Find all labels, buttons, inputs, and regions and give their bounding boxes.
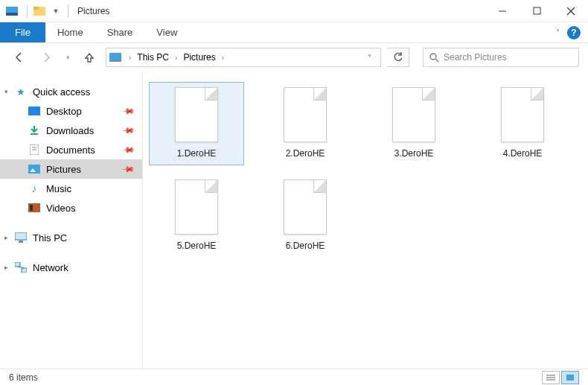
address-bar: ▾ › This PC › Pictures › ˅ Search Pictur… [0, 43, 588, 71]
file-list[interactable]: 1.DeroHE 2.DeroHE 3.DeroHE 4.DeroHE 5.De… [143, 71, 588, 369]
chevron-down-icon[interactable]: ▾ [4, 88, 8, 95]
crumb-thispc[interactable]: This PC [135, 52, 170, 63]
sidebar-item-label: Music [46, 183, 71, 194]
documents-icon [28, 144, 40, 156]
chevron-right-icon[interactable]: ▸ [4, 264, 8, 271]
file-icon [175, 87, 218, 142]
search-input[interactable]: Search Pictures [423, 48, 579, 67]
file-name: 6.DeroHE [286, 241, 325, 251]
refresh-button[interactable] [387, 48, 409, 67]
file-icon [284, 87, 327, 142]
ribbon-tabs: File Home Share View ˅ ? [0, 22, 588, 43]
sidebar-item-desktop[interactable]: Desktop 📌 [0, 101, 142, 121]
svg-rect-12 [28, 106, 40, 115]
address-dropdown-icon[interactable]: ˅ [362, 54, 377, 62]
details-view-button[interactable] [542, 371, 560, 384]
file-name: 2.DeroHE [286, 148, 325, 159]
sidebar-item-downloads[interactable]: Downloads 📌 [0, 121, 142, 140]
file-name: 4.DeroHE [503, 148, 543, 159]
file-item[interactable]: 3.DeroHE [366, 82, 461, 165]
back-button[interactable] [9, 47, 30, 68]
maximize-button[interactable] [520, 0, 554, 22]
network-icon [15, 261, 27, 273]
separator [68, 4, 68, 18]
tab-file[interactable]: File [0, 22, 45, 42]
svg-rect-3 [33, 7, 39, 10]
main-area: ▾ ★ Quick access Desktop 📌 Downloads 📌 D… [0, 71, 588, 369]
navigation-pane: ▾ ★ Quick access Desktop 📌 Downloads 📌 D… [0, 71, 143, 369]
sidebar-item-pictures[interactable]: Pictures 📌 [0, 159, 142, 179]
file-name: 1.DeroHE [177, 148, 217, 159]
file-icon [501, 87, 544, 142]
sidebar-network[interactable]: ▸ Network [0, 258, 142, 277]
view-switcher [542, 371, 579, 384]
icons-view-button[interactable] [561, 371, 579, 384]
chevron-right-icon[interactable]: ▸ [4, 234, 8, 241]
breadcrumb[interactable]: › This PC › Pictures › ˅ [106, 48, 381, 67]
tab-share[interactable]: Share [95, 22, 145, 42]
svg-rect-24 [22, 268, 27, 273]
svg-line-25 [18, 267, 24, 268]
music-icon: ♪ [28, 182, 40, 194]
pin-icon: 📌 [121, 123, 135, 137]
file-item[interactable]: 4.DeroHE [475, 82, 570, 165]
title-bar: ▼ Pictures [0, 0, 588, 22]
pc-icon [109, 51, 123, 64]
file-item[interactable]: 1.DeroHE [149, 82, 244, 165]
sidebar-item-label: Downloads [46, 125, 94, 136]
pin-icon: 📌 [121, 142, 135, 156]
pictures-icon [28, 163, 40, 175]
svg-rect-22 [19, 241, 23, 243]
tab-view[interactable]: View [144, 22, 189, 42]
svg-rect-21 [15, 232, 27, 240]
chevron-right-icon[interactable]: › [124, 54, 135, 62]
status-bar: 6 items [0, 369, 588, 385]
svg-rect-1 [6, 13, 18, 16]
qat-dropdown-icon[interactable]: ▼ [50, 5, 62, 17]
window-controls [485, 0, 588, 22]
ribbon-collapse-icon[interactable]: ˅ [556, 28, 560, 36]
folder-icon[interactable] [33, 5, 45, 17]
chevron-right-icon[interactable]: › [217, 54, 229, 62]
sidebar-quick-access[interactable]: ▾ ★ Quick access [0, 82, 142, 101]
svg-line-11 [435, 59, 438, 62]
desktop-icon [28, 105, 40, 117]
file-name: 3.DeroHE [394, 148, 434, 159]
file-item[interactable]: 2.DeroHE [258, 82, 353, 165]
svg-rect-29 [566, 375, 574, 381]
sidebar-item-music[interactable]: ♪ Music [0, 179, 142, 198]
svg-rect-5 [534, 7, 540, 14]
svg-rect-17 [28, 165, 40, 174]
file-item[interactable]: 5.DeroHE [149, 174, 244, 258]
svg-rect-20 [30, 205, 33, 211]
file-icon [392, 87, 435, 142]
sidebar-label: Quick access [33, 86, 90, 98]
recent-dropdown-icon[interactable]: ▾ [63, 47, 73, 68]
sidebar-item-documents[interactable]: Documents 📌 [0, 140, 142, 159]
videos-icon [28, 202, 40, 214]
sidebar-item-label: Pictures [46, 164, 81, 175]
sidebar-label: This PC [33, 232, 67, 244]
item-count: 6 items [9, 372, 38, 383]
forward-button[interactable] [36, 47, 57, 68]
star-icon: ★ [15, 86, 27, 98]
sidebar-item-videos[interactable]: Videos [0, 198, 142, 217]
app-icon [6, 5, 18, 17]
tab-home[interactable]: Home [45, 22, 95, 42]
file-item[interactable]: 6.DeroHE [258, 174, 353, 258]
pc-icon [15, 232, 27, 244]
close-button[interactable] [554, 0, 588, 22]
pin-icon: 📌 [121, 162, 135, 176]
sidebar-item-label: Videos [46, 203, 76, 214]
up-button[interactable] [79, 47, 100, 68]
crumb-folder[interactable]: Pictures [182, 52, 217, 63]
svg-point-10 [430, 54, 436, 60]
file-icon [284, 179, 327, 235]
minimize-button[interactable] [485, 0, 520, 22]
search-placeholder: Search Pictures [444, 52, 507, 63]
help-icon[interactable]: ? [567, 26, 581, 39]
chevron-right-icon[interactable]: › [170, 54, 182, 62]
svg-rect-9 [109, 60, 121, 62]
svg-rect-8 [109, 53, 121, 60]
sidebar-this-pc[interactable]: ▸ This PC [0, 228, 142, 247]
